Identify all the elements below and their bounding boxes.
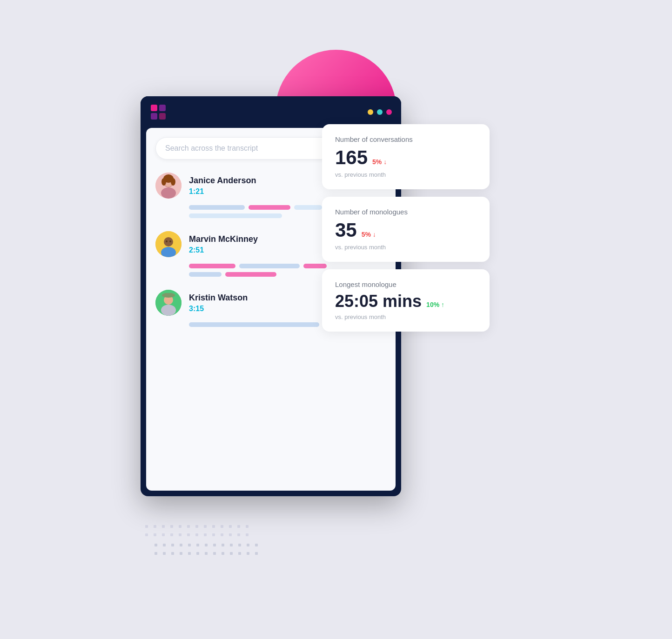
bar — [189, 272, 222, 277]
stat-card-wrapper-longest: Longest monologue 25:05 mins 10% ↑ vs. p… — [322, 269, 490, 332]
stat-change-longest: 10% ↑ — [426, 301, 444, 308]
stat-comparison-conversations: vs. previous month — [335, 171, 477, 178]
stat-value-row-monologues: 35 5% ↓ — [335, 220, 477, 240]
bar — [249, 205, 290, 210]
stat-card-longest: Longest monologue 25:05 mins 10% ↑ vs. p… — [322, 269, 490, 332]
scene: Search across the transcript — [127, 64, 545, 575]
close-dot[interactable] — [386, 109, 392, 115]
svg-point-15 — [166, 240, 168, 242]
bar — [239, 264, 300, 268]
svg-point-14 — [164, 238, 173, 246]
minimize-dot[interactable] — [368, 109, 373, 115]
stat-label-longest: Longest monologue — [335, 280, 477, 288]
bar — [189, 322, 319, 327]
stat-value-row-longest: 25:05 mins 10% ↑ — [335, 293, 477, 310]
stat-label-monologues: Number of monologues — [335, 208, 477, 216]
stat-number-monologues: 35 — [335, 220, 357, 240]
search-placeholder: Search across the transcript — [165, 144, 258, 152]
svg-point-16 — [169, 240, 171, 242]
stat-change-conversations: 5% ↓ — [372, 158, 387, 166]
svg-rect-0 — [151, 105, 157, 111]
dot-grid-decoration-1 — [145, 525, 250, 538]
svg-rect-1 — [159, 105, 166, 111]
stat-comparison-monologues: vs. previous month — [335, 244, 477, 251]
maximize-dot[interactable] — [377, 109, 383, 115]
bar — [189, 264, 235, 268]
stat-comparison-longest: vs. previous month — [335, 313, 477, 320]
svg-point-10 — [171, 178, 175, 186]
stat-number-conversations: 165 — [335, 148, 368, 167]
dot-grid-decoration-2 — [155, 544, 260, 557]
stat-card-wrapper-conversations: Number of conversations 165 5% ↓ vs. pre… — [322, 124, 490, 189]
svg-rect-3 — [159, 113, 166, 120]
app-header — [141, 96, 401, 128]
stat-label-conversations: Number of conversations — [335, 135, 477, 143]
svg-rect-22 — [164, 293, 173, 297]
window-controls — [368, 109, 392, 115]
stat-value-row-conversations: 165 5% ↓ — [335, 148, 477, 167]
bar — [189, 205, 245, 210]
stat-change-monologues: 5% ↓ — [362, 231, 376, 238]
stat-card-wrapper-monologues: Number of monologues 35 5% ↓ vs. previou… — [322, 197, 490, 262]
bar — [225, 272, 276, 277]
bar — [294, 205, 322, 210]
avatar-kristin — [155, 290, 181, 316]
avatar-marvin — [155, 231, 181, 257]
stat-number-longest: 25:05 mins — [335, 293, 422, 310]
stats-panel: Number of conversations 165 5% ↓ vs. pre… — [322, 124, 490, 332]
avatar-janice — [155, 173, 181, 199]
stat-card-monologues: Number of monologues 35 5% ↓ vs. previou… — [322, 197, 490, 262]
svg-rect-2 — [151, 113, 157, 120]
svg-point-19 — [161, 305, 176, 316]
app-logo — [150, 104, 167, 120]
bar — [189, 213, 282, 218]
svg-point-6 — [161, 187, 176, 199]
stat-card-conversations: Number of conversations 165 5% ↓ vs. pre… — [322, 124, 490, 189]
svg-point-9 — [161, 178, 166, 186]
